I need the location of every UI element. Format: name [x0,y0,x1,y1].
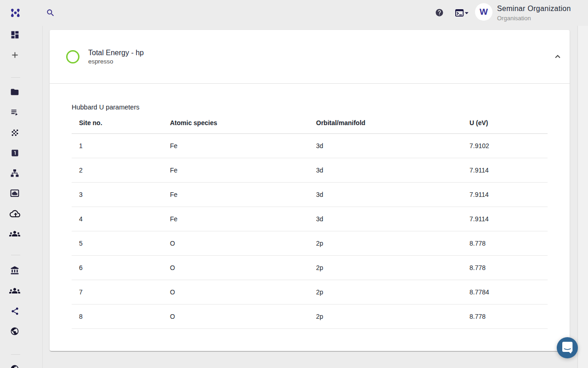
table-cell: 3d [309,215,462,223]
sidebar-divider-line [42,26,43,368]
card-header-divider [50,83,570,84]
table-cell: Fe [163,167,309,174]
materials-cloud-logo-icon[interactable] [11,9,20,17]
sidebar-section-divider [11,255,20,255]
topbar: W Seminar Organization Organisation [0,0,588,26]
sidebar-item-cloud-upload-icon[interactable] [9,208,20,219]
table-cell: 8.7784 [462,288,548,296]
table-cell: 8.778 [462,264,548,271]
table-row: 1Fe3d7.9102 [72,134,548,158]
scrollbar-track[interactable] [577,26,588,368]
sidebar-item-globe-icon[interactable] [9,363,20,368]
chat-bubble-icon [562,342,573,354]
sidebar-item-image-cloud-icon[interactable] [9,188,20,199]
column-header: U (eV) [462,119,548,126]
sidebar-item-globe-icon[interactable] [9,326,20,337]
sidebar-item-groups-icon[interactable] [9,285,20,296]
search-icon[interactable] [46,8,55,17]
status-ring-icon [66,50,79,63]
sidebar-item-share-icon[interactable] [9,305,20,316]
sidebar-nav [0,26,42,368]
table-row: 6O2p8.778 [72,256,548,280]
collapse-chevron-icon[interactable] [553,52,563,62]
table-cell: O [163,313,309,320]
column-header: Orbital/manifold [309,119,462,126]
table-cell: 7.9114 [462,191,548,198]
avatar[interactable]: W [475,3,492,21]
card-header[interactable]: Total Energy - hp espresso [50,30,570,83]
sidebar-section-divider [11,354,20,355]
table-cell: 2p [309,313,462,320]
table-cell: O [163,264,309,271]
sidebar-section-divider [11,77,20,78]
table-cell: 7.9102 [462,142,548,150]
table-header-row: Site no.Atomic speciesOrbital/manifoldU … [72,109,548,134]
table-cell: 8 [72,313,163,320]
caret-down-icon [465,12,469,14]
table-cell: Fe [163,142,309,150]
table-cell: Fe [163,191,309,198]
table-row: 5O2p8.778 [72,231,548,256]
table-cell: 2p [309,264,462,271]
organization-subtitle: Organisation [497,15,575,22]
table-cell: 5 [72,240,163,247]
table-row: 3Fe3d7.9114 [72,183,548,207]
table-cell: O [163,240,309,247]
table-cell: 4 [72,215,163,223]
account-menu[interactable]: Seminar Organization Organisation [497,4,575,22]
column-header: Atomic species [163,119,309,126]
table-cell: 2p [309,288,462,296]
sidebar-item-groups-icon[interactable] [9,228,20,239]
table-cell: 1 [72,142,163,150]
sidebar-item-grain-icon[interactable] [9,127,20,138]
sidebar-item-dashboard-icon[interactable] [9,29,20,40]
sidebar-item-add-icon[interactable] [9,49,20,60]
table-cell: 3d [309,191,462,198]
card-title: Total Energy - hp [88,48,144,58]
table-row: 7O2p8.7784 [72,280,548,305]
table-cell: 3d [309,142,462,150]
help-icon[interactable] [435,8,444,17]
terminal-menu-button[interactable] [455,9,469,17]
column-header: Site no. [72,119,163,126]
table-cell: 7.9114 [462,215,548,223]
table-cell: 2 [72,167,163,174]
table-cell: 8.778 [462,313,548,320]
table-cell: 7.9114 [462,167,548,174]
table-cell: 2p [309,240,462,247]
chat-launcher-button[interactable] [557,337,578,358]
card-subtitle: espresso [88,58,144,65]
organization-name: Seminar Organization [497,4,575,13]
hubbard-table: Site no.Atomic speciesOrbital/manifoldU … [72,109,548,329]
sidebar-item-looks-one-icon[interactable] [9,147,20,158]
terminal-window-icon [456,10,463,16]
table-cell: O [163,288,309,296]
table-row: 2Fe3d7.9114 [72,158,548,183]
table-cell: 8.778 [462,240,548,247]
sidebar-item-tree-icon[interactable] [9,167,20,178]
sidebar-item-playlist-play-icon[interactable] [9,107,20,118]
table-row: 4Fe3d7.9114 [72,207,548,231]
table-cell: 7 [72,288,163,296]
result-card: Total Energy - hp espresso Hubbard U par… [50,30,570,351]
table-row: 8O2p8.778 [72,305,548,329]
table-cell: Fe [163,215,309,223]
sidebar-item-folder-icon[interactable] [9,86,20,98]
table-cell: 3 [72,191,163,198]
table-cell: 3d [309,167,462,174]
table-cell: 6 [72,264,163,271]
sidebar-item-bank-icon[interactable] [9,265,20,276]
